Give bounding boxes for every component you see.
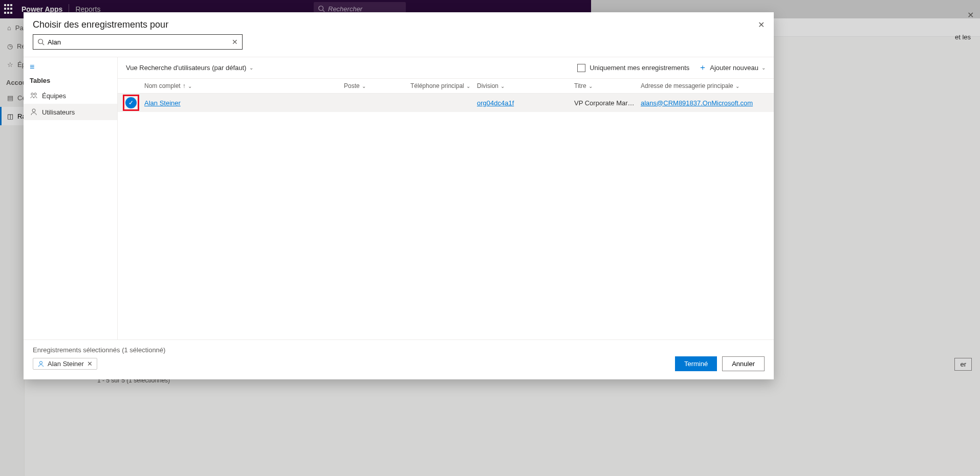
tables-header: Tables <box>24 74 117 87</box>
chevron-down-icon: ⌄ <box>466 83 470 89</box>
cell-email-link[interactable]: alans@CRM891837.OnMicrosoft.com <box>641 99 753 107</box>
column-name[interactable]: Nom complet ↑⌄ <box>144 82 344 89</box>
row-selected-icon[interactable]: ✓ <box>125 97 137 108</box>
view-selector-label: Vue Recherche d'utilisateurs (par défaut… <box>126 64 246 72</box>
column-email[interactable]: Adresse de messagerie principale⌄ <box>641 82 774 89</box>
selected-count-label: Enregistrements sélectionnés (1 sélectio… <box>33 346 765 354</box>
table-item-teams[interactable]: Équipes <box>24 87 117 104</box>
user-icon <box>37 360 45 368</box>
column-phone[interactable]: Téléphone principal⌄ <box>410 82 477 89</box>
add-new-label: Ajouter nouveau <box>710 64 758 72</box>
column-title[interactable]: Titre⌄ <box>574 82 641 89</box>
chevron-down-icon: ⌄ <box>188 83 192 89</box>
svg-point-6 <box>32 109 35 112</box>
search-input[interactable] <box>48 38 229 46</box>
search-icon <box>37 38 45 46</box>
close-dialog-icon[interactable]: ✕ <box>758 20 765 30</box>
sort-asc-icon: ↑ <box>183 82 186 89</box>
svg-point-5 <box>34 93 36 95</box>
add-new-button[interactable]: ＋ Ajouter nouveau ⌄ <box>699 62 766 73</box>
done-button[interactable]: Terminé <box>675 356 717 371</box>
remove-chip-icon[interactable]: ✕ <box>87 360 93 368</box>
table-item-label: Utilisateurs <box>42 108 75 116</box>
chevron-down-icon: ⌄ <box>500 83 505 89</box>
chevron-down-icon: ⌄ <box>249 65 253 71</box>
svg-point-4 <box>31 93 33 95</box>
tables-panel: ≡ Tables Équipes Utilisateurs <box>24 57 118 339</box>
checkbox-icon <box>577 64 585 72</box>
only-mine-label: Uniquement mes enregistrements <box>590 64 689 72</box>
user-icon <box>30 108 38 116</box>
table-row[interactable]: ✓ Alan Steiner org04dc4a1f VP Corporate … <box>118 94 774 112</box>
view-selector[interactable]: Vue Recherche d'utilisateurs (par défaut… <box>126 64 253 72</box>
clear-search-icon[interactable]: ✕ <box>232 38 238 46</box>
highlight-box: ✓ <box>123 95 139 111</box>
column-poste[interactable]: Poste⌄ <box>344 82 410 89</box>
team-icon <box>30 92 38 100</box>
chevron-down-icon: ⌄ <box>589 83 593 89</box>
plus-icon: ＋ <box>699 62 707 73</box>
grid-header: Nom complet ↑⌄ Poste⌄ Téléphone principa… <box>118 78 774 94</box>
table-item-users[interactable]: Utilisateurs <box>24 104 117 120</box>
chevron-down-icon: ⌄ <box>761 65 766 71</box>
dialog-title: Choisir des enregistrements pour <box>33 19 168 30</box>
chevron-down-icon: ⌄ <box>735 83 739 89</box>
chip-label: Alan Steiner <box>48 360 84 368</box>
chevron-down-icon: ⌄ <box>362 83 366 89</box>
only-mine-checkbox[interactable]: Uniquement mes enregistrements <box>577 64 689 72</box>
svg-point-2 <box>38 39 43 44</box>
svg-line-3 <box>42 43 45 46</box>
table-item-label: Équipes <box>42 92 66 100</box>
selected-chip: Alan Steiner ✕ <box>33 358 97 370</box>
lookup-dialog: Choisir des enregistrements pour ✕ ✕ ≡ T… <box>24 12 774 379</box>
panel-menu-icon[interactable]: ≡ <box>24 57 117 74</box>
cancel-button[interactable]: Annuler <box>722 356 765 371</box>
cell-division-link[interactable]: org04dc4a1f <box>477 99 514 107</box>
svg-point-7 <box>39 361 42 364</box>
search-box: ✕ <box>33 34 243 50</box>
cell-title: VP Corporate Mar… <box>574 99 641 107</box>
cell-name-link[interactable]: Alan Steiner <box>144 99 181 107</box>
column-division[interactable]: Division⌄ <box>477 82 574 89</box>
